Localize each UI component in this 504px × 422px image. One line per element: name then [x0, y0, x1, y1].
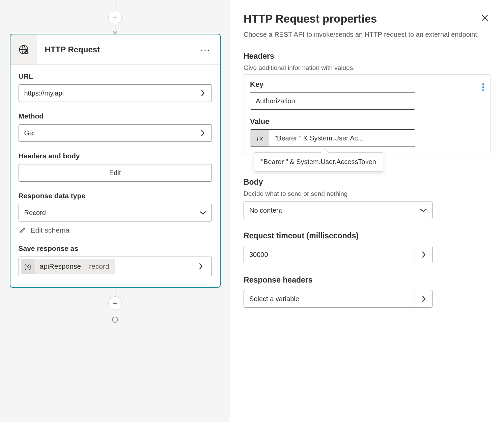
method-label: Method [19, 112, 212, 120]
edit-schema-label: Edit schema [31, 226, 70, 234]
response-headers-section-title: Response headers [244, 275, 491, 285]
headers-body-field: Headers and body Edit [19, 152, 212, 182]
body-section-title: Body [244, 178, 491, 187]
svg-point-4 [482, 89, 484, 91]
connector-bottom: + [108, 288, 122, 323]
header-entry: Key Authorization Value ƒx "Bearer " & S… [244, 74, 491, 154]
save-response-label: Save response as [19, 244, 212, 253]
pencil-icon [19, 226, 27, 234]
header-value-expression: "Bearer " & System.User.Ac... [269, 134, 415, 142]
arrow-down-icon [113, 31, 117, 34]
url-picker-button[interactable] [194, 85, 212, 102]
url-value: https://my.api [19, 89, 194, 97]
svg-point-2 [482, 83, 484, 85]
body-chevron[interactable] [415, 202, 432, 219]
edit-schema-link[interactable]: Edit schema [19, 226, 212, 234]
timeout-picker-button[interactable] [415, 246, 432, 263]
response-type-chevron[interactable] [194, 204, 212, 221]
chevron-right-icon [200, 89, 205, 97]
card-more-button[interactable]: ··· [191, 44, 220, 55]
response-type-field: Response data type Record Edit schema [19, 192, 212, 234]
card-header: HTTP Request ··· [10, 34, 220, 65]
expression-tooltip: "Bearer " & System.User.AccessToken [254, 152, 383, 172]
response-type-select[interactable]: Record [19, 204, 212, 221]
panel-description: Choose a REST API to invoke/sends an HTT… [244, 29, 491, 39]
header-key-value: Authorization [256, 97, 295, 105]
save-response-chevron[interactable] [192, 257, 209, 276]
header-value-input[interactable]: ƒx "Bearer " & System.User.Ac... [250, 129, 415, 147]
response-type-label: Response data type [19, 192, 212, 200]
headers-section-title: Headers [244, 52, 491, 61]
flow-canvas: + HTTP Request ··· URL h [0, 0, 230, 422]
card-title: HTTP Request [37, 45, 191, 54]
url-input[interactable]: https://my.api [19, 84, 212, 102]
response-headers-picker-button[interactable] [415, 290, 432, 307]
save-response-input[interactable]: {x} apiResponse record [19, 257, 212, 276]
panel-title: HTTP Request properties [244, 12, 377, 25]
header-key-input[interactable]: Authorization [250, 92, 415, 110]
timeout-value: 30000 [244, 251, 415, 259]
headers-section-desc: Give additional information with values. [244, 64, 491, 72]
variable-type: record [86, 262, 113, 270]
body-section-desc: Decide what to send or send nothing [244, 190, 491, 197]
http-icon [10, 34, 37, 64]
expression-tooltip-text: "Bearer " & System.User.AccessToken [261, 158, 376, 165]
chevron-right-icon [200, 129, 205, 137]
header-value-label: Value [250, 117, 484, 126]
variable-pill[interactable]: {x} apiResponse record [21, 259, 115, 274]
close-panel-button[interactable] [479, 12, 491, 25]
card-body: URL https://my.api Method Get [10, 65, 220, 287]
svg-point-3 [482, 86, 484, 88]
header-more-button[interactable] [482, 83, 484, 93]
http-request-card[interactable]: HTTP Request ··· URL https://my.api Meth… [10, 34, 221, 288]
timeout-section-title: Request timeout (milliseconds) [244, 231, 491, 240]
response-headers-select[interactable]: Select a variable [244, 290, 432, 308]
method-field: Method Get [19, 112, 212, 142]
save-response-field: Save response as {x} apiResponse record [19, 244, 212, 276]
variable-icon: {x} [21, 259, 35, 274]
chevron-right-icon [421, 251, 426, 258]
flow-end-icon [112, 317, 118, 323]
method-picker-button[interactable] [194, 125, 212, 141]
more-vertical-icon [482, 83, 484, 91]
header-key-label: Key [250, 80, 484, 89]
properties-panel: HTTP Request properties Choose a REST AP… [230, 0, 504, 422]
edit-headers-body-button[interactable]: Edit [19, 164, 212, 182]
chevron-right-icon [198, 263, 203, 270]
variable-name: apiResponse [35, 262, 86, 270]
fx-icon: ƒx [250, 130, 269, 147]
method-value: Get [19, 129, 194, 137]
add-step-button-top[interactable]: + [108, 11, 122, 24]
timeout-input[interactable]: 30000 [244, 246, 432, 263]
connector-line [115, 24, 115, 34]
chevron-down-icon [420, 208, 427, 213]
method-input[interactable]: Get [19, 124, 212, 142]
connector-line [115, 0, 115, 11]
body-value: No content [244, 207, 415, 214]
add-step-button-bottom[interactable]: + [108, 296, 122, 310]
response-headers-value: Select a variable [244, 295, 415, 303]
response-type-value: Record [19, 209, 194, 217]
url-label: URL [19, 72, 212, 80]
body-select[interactable]: No content [244, 202, 432, 219]
url-field: URL https://my.api [19, 72, 212, 102]
chevron-down-icon [199, 210, 206, 215]
chevron-right-icon [421, 295, 426, 302]
headers-body-label: Headers and body [19, 152, 212, 160]
close-icon [480, 14, 489, 22]
